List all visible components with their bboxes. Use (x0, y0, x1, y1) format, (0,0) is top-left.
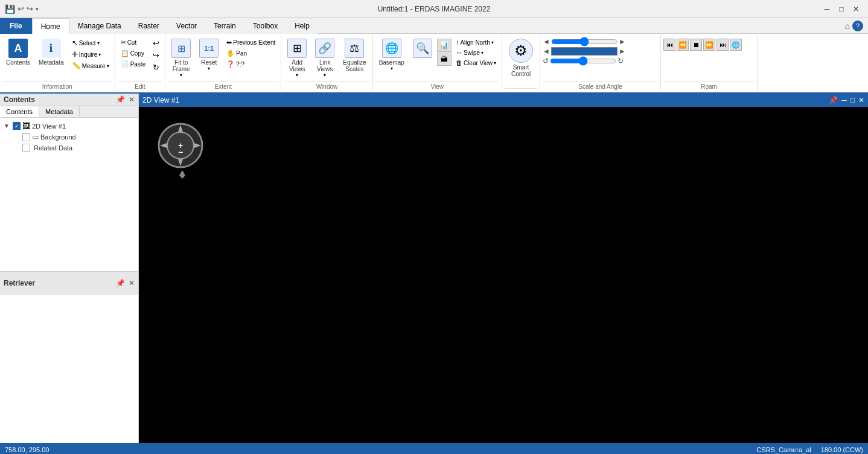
swipe-button[interactable]: ↔ Swipe ▾ (453, 48, 499, 57)
roam-prev-btn[interactable]: ⏪ (677, 39, 689, 51)
link-views-button[interactable]: 🔗 LinkViews ▾ (311, 36, 338, 80)
reset-button[interactable]: 1:1 Reset ▾ (196, 36, 222, 74)
roam-stop-btn[interactable]: ⏹ (690, 39, 702, 51)
scale-decrease-btn[interactable]: ◄ (543, 37, 550, 46)
ribbon-group-extent: ⊞ Fit toFrame ▾ 1:1 Reset ▾ ⬅ Previous E… (165, 35, 281, 91)
contents-button[interactable]: A Contents (2, 36, 34, 68)
angle-decrease-btn[interactable]: ◄ (543, 47, 550, 56)
help-query-button[interactable]: ❓ ?:? (223, 59, 278, 69)
contents-pin-icon[interactable]: 📌 (116, 95, 125, 104)
svg-text:−: − (178, 147, 183, 157)
angle-slider[interactable] (550, 57, 616, 65)
roam-group-label: Roam (663, 82, 755, 90)
help-icon[interactable]: ? (852, 21, 863, 31)
tree-item-related-data[interactable]: Related Data (12, 142, 136, 153)
tab-manage-data[interactable]: Manage Data (69, 18, 130, 34)
refresh-btn[interactable]: ↻ (150, 62, 162, 73)
roam-globe-btn[interactable]: 🌐 (730, 39, 742, 51)
undo-icon[interactable]: ↩ (18, 4, 24, 13)
tab-metadata[interactable]: Metadata (39, 106, 80, 117)
contents-close-icon[interactable]: ✕ (129, 95, 135, 104)
view-minimize-icon[interactable]: ─ (841, 96, 847, 104)
coordinates-display: 758.00, 295.00 (5, 446, 49, 453)
tree-label-2dview: 2D View #1 (32, 123, 66, 130)
smart-control-button[interactable]: ⚙ SmartControl (505, 36, 537, 80)
scale-angle-group-label: Scale and Angle (543, 82, 658, 90)
options-icon[interactable]: ⌂ (845, 21, 850, 31)
contents-panel-header: Contents 📌 ✕ (0, 94, 138, 106)
retriever-close-icon[interactable]: ✕ (129, 279, 135, 287)
ribbon-group-scale-angle: ◄ ► ◄ ► ↺ ↻ Scale and Angle (540, 35, 661, 91)
tab-toolbox[interactable]: Toolbox (244, 18, 286, 34)
retriever-label: Retriever (4, 279, 35, 287)
qat-dropdown-icon[interactable]: ▾ (36, 6, 39, 12)
close-button[interactable]: ✕ (849, 2, 863, 16)
retriever-panel: Retriever 📌 ✕ (0, 271, 138, 295)
contents-panel-title: Contents (4, 95, 35, 104)
ribbon-group-window: ⊞ AddViews ▾ 🔗 LinkViews ▾ ⚖ EqualizeSca… (281, 35, 372, 91)
redo-icon[interactable]: ↪ (27, 4, 33, 13)
histogram-btn[interactable]: 📊 (437, 39, 452, 52)
add-views-button[interactable]: ⊞ AddViews ▾ (284, 36, 310, 80)
cut-button[interactable]: ✂ Cut (118, 37, 149, 48)
metadata-button[interactable]: ℹ Metadata (35, 36, 68, 68)
roam-last-btn[interactable]: ⏭ (716, 39, 729, 51)
angle-increase-btn[interactable]: ► (619, 47, 626, 56)
redo-btn[interactable]: ↪ (150, 50, 162, 61)
tree-item-2dview[interactable]: ▼ ✓ 🖼 2D View #1 (2, 120, 136, 132)
copy-button[interactable]: 📋 Copy (118, 48, 149, 59)
basemap-button[interactable]: 🌐 Basemap ▾ (375, 36, 408, 74)
tab-home[interactable]: Home (32, 18, 69, 34)
tab-terrain[interactable]: Terrain (205, 18, 244, 34)
align-north-button[interactable]: ↑ Align North ▾ (453, 37, 499, 47)
tab-file[interactable]: File (0, 18, 32, 34)
smart-control-group-label (505, 88, 537, 90)
ribbon-group-edit: ✂ Cut 📋 Copy 📄 Paste ↩ ↪ ↻ Edit (115, 35, 166, 91)
window-group-label: Window (284, 82, 369, 90)
tree-item-background[interactable]: ▭ Background (12, 132, 136, 142)
ribbon-group-smart-control: ⚙ SmartControl (502, 35, 540, 91)
view-group-label: View (375, 82, 499, 90)
scale-slider-top[interactable] (551, 38, 617, 45)
equalize-scales-button[interactable]: ⚖ EqualizeScales (339, 36, 369, 75)
fit-to-frame-button[interactable]: ⊞ Fit toFrame ▾ (168, 36, 194, 80)
ribbon-group-roam: ⏮ ⏪ ⏹ ⏩ ⏭ 🌐 Roam (661, 35, 758, 91)
clear-view-button[interactable]: 🗑 Clear View ▾ (453, 58, 499, 68)
zoom-back-btn[interactable]: ↺ (543, 57, 549, 65)
paste-button[interactable]: 📄 Paste (118, 59, 149, 69)
information-group-label: Information (2, 82, 112, 90)
retriever-pin-icon[interactable]: 📌 (116, 279, 125, 287)
status-bar: 758.00, 295.00 CSRS_Camera_al 180.00 (CC… (0, 443, 868, 454)
ribbon-group-view: 🌐 Basemap ▾ 🔍 📊 🏔 ↑ Align North ▾ ↔ S (373, 35, 502, 91)
minimize-button[interactable]: ─ (820, 2, 834, 16)
view-pin-icon[interactable]: 📌 (829, 96, 838, 104)
roam-next-btn[interactable]: ⏩ (703, 39, 715, 51)
tab-contents[interactable]: Contents (0, 106, 39, 117)
scale-value-input[interactable] (551, 47, 617, 56)
undo-btn[interactable]: ↩ (150, 37, 162, 49)
roam-first-btn[interactable]: ⏮ (663, 39, 675, 51)
view-close-icon[interactable]: ✕ (858, 96, 864, 104)
rotation-display: 180.00 (CCW) (821, 446, 863, 453)
view-titlebar: 2D View #1 📌 ─ □ ✕ (139, 94, 868, 107)
tab-vector[interactable]: Vector (168, 18, 205, 34)
app-title: Untitled:1 - ERDAS IMAGINE 2022 (378, 5, 491, 13)
inquire-button[interactable]: ✛ Inquire ▾ (69, 49, 112, 60)
edit-group-label: Edit (118, 82, 163, 90)
view-maximize-icon[interactable]: □ (850, 96, 855, 104)
tree-view: ▼ ✓ 🖼 2D View #1 ▭ Background Related Da… (0, 118, 138, 271)
scale-increase-btn[interactable]: ► (619, 37, 626, 46)
tab-raster[interactable]: Raster (130, 18, 168, 34)
previous-extent-button[interactable]: ⬅ Previous Extent (223, 37, 278, 48)
zoom-fwd-btn[interactable]: ↻ (617, 57, 624, 65)
maximize-button[interactable]: □ (834, 2, 849, 16)
view-canvas[interactable]: + − (139, 107, 868, 443)
save-icon[interactable]: 💾 (5, 4, 15, 14)
tab-help[interactable]: Help (286, 18, 318, 34)
zoom-button[interactable]: 🔍 (409, 36, 436, 60)
pan-button[interactable]: ✋ Pan (223, 48, 278, 59)
measure-button[interactable]: 📏 Measure ▾ (69, 60, 112, 71)
select-button[interactable]: ↖ Select ▾ (69, 37, 112, 48)
nav-compass[interactable]: + − (157, 122, 208, 179)
terrain-btn[interactable]: 🏔 (437, 53, 452, 66)
